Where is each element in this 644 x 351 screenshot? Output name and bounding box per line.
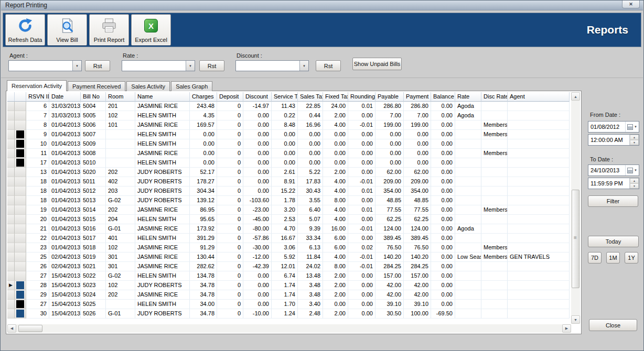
table-row[interactable]: 1901/04/20135014202JASMINE RICE86.950-23… [7, 205, 571, 215]
grid-cell[interactable]: 7.00 [375, 111, 404, 120]
grid-cell[interactable]: 199.00 [375, 120, 404, 130]
table-row[interactable]: 2715/04/20135022G-02HELEN SMITH134.7800.… [7, 271, 571, 281]
grid-cell[interactable]: JUDY ROBERTS [135, 187, 190, 196]
grid-cell[interactable]: 134.78 [190, 271, 217, 281]
row-marker-cell[interactable] [7, 111, 15, 120]
grid-cell[interactable]: 101 [106, 120, 135, 130]
table-row[interactable]: 1701/04/20135010HELEN SMITH0.0000.000.00… [7, 158, 571, 168]
grid-cell[interactable]: HELEN SMITH [135, 234, 190, 243]
grid-cell[interactable]: -0.01 [348, 262, 375, 271]
table-row[interactable]: ▶2815/04/20135023102JUDY ROBERTS34.7800.… [7, 281, 571, 290]
grid-cell[interactable]: 2.00 [323, 290, 348, 300]
grid-cell[interactable]: -0.01 [348, 224, 375, 234]
grid-cell[interactable]: -0.01 [348, 177, 375, 187]
grid-cell[interactable]: 3.48 [298, 290, 323, 300]
grid-cell[interactable]: 01/04/2013 [49, 120, 81, 130]
grid-cell[interactable]: 42.00 [404, 290, 431, 300]
grid-cell[interactable]: 62.00 [404, 168, 431, 177]
grid-cell[interactable]: 0 [217, 130, 243, 139]
grid-cell[interactable]: 5018 [81, 243, 106, 253]
close-button[interactable]: Close [589, 319, 637, 331]
grid-cell[interactable] [455, 139, 481, 149]
grid-cell[interactable]: 01/04/2013 [49, 187, 81, 196]
table-row[interactable]: 2915/04/20135024202JASMINE RICE34.7800.0… [7, 290, 571, 300]
column-header[interactable]: Balance [431, 92, 455, 102]
grid-cell[interactable]: 5025 [81, 300, 106, 309]
grid-cell[interactable]: 33.34 [298, 234, 323, 243]
grid-cell[interactable]: 0.00 [298, 130, 323, 139]
grid-cell[interactable]: JASMINE RICE [135, 102, 190, 111]
grid-cell[interactable] [481, 234, 508, 243]
grid-cell[interactable] [481, 281, 508, 290]
grid-cell[interactable]: 6.00 [323, 234, 348, 243]
table-row[interactable]: 901/04/20135007HELEN SMITH0.0000.000.000… [7, 130, 571, 139]
grid-cell[interactable]: 31/03/2013 [49, 102, 81, 111]
agent-dropdown-button[interactable]: ▼ [72, 61, 81, 71]
table-row[interactable]: 801/04/20135006101JASMINE RICE169.5700.0… [7, 120, 571, 130]
grid-cell[interactable] [455, 177, 481, 187]
grid-cell[interactable]: 0.00 [431, 111, 455, 120]
time-spinner[interactable]: ▲▼ [629, 135, 639, 145]
grid-cell[interactable]: 11 [26, 149, 49, 158]
column-header[interactable]: Payable [375, 92, 404, 102]
grid-cell[interactable]: -0.01 [348, 120, 375, 130]
grid-cell[interactable]: 0.00 [323, 300, 348, 309]
grid-cell[interactable]: 11.84 [298, 253, 323, 262]
horizontal-scrollbar[interactable]: ◀ ▶ [7, 324, 571, 333]
grid-cell[interactable]: Members [481, 120, 508, 130]
grid-cell[interactable]: 31/03/2013 [49, 111, 81, 120]
grid-cell[interactable]: 01/04/2013 [49, 205, 81, 215]
horizontal-scrollbar-thumb[interactable] [18, 325, 42, 332]
grid-cell[interactable]: 0.00 [431, 168, 455, 177]
grid-cell[interactable]: 27 [26, 300, 49, 309]
column-header[interactable]: Deposit [217, 92, 243, 102]
grid-cell[interactable]: 0.00 [272, 130, 298, 139]
grid-cell[interactable]: 0.00 [323, 130, 348, 139]
grid-cell[interactable]: 0.00 [348, 149, 375, 158]
row-marker-cell[interactable] [7, 215, 15, 224]
grid-cell[interactable]: 354.00 [375, 187, 404, 196]
grid-cell[interactable]: 284.25 [404, 262, 431, 271]
grid-cell[interactable]: 16.00 [323, 224, 348, 234]
grid-cell[interactable]: 402 [106, 177, 135, 187]
grid-cell[interactable]: 22 [26, 234, 49, 243]
row-status-cell[interactable] [15, 102, 26, 111]
grid-cell[interactable]: HELEN SMITH [135, 111, 190, 120]
grid-cell[interactable]: 7 [26, 111, 49, 120]
grid-cell[interactable] [481, 309, 508, 319]
row-marker-cell[interactable] [7, 271, 15, 281]
row-status-cell[interactable] [15, 205, 26, 215]
grid-cell[interactable]: 0.00 [348, 290, 375, 300]
grid-cell[interactable]: 389.45 [404, 234, 431, 243]
grid-cell[interactable]: 202 [106, 168, 135, 177]
grid-cell[interactable]: 22.85 [298, 102, 323, 111]
grid-cell[interactable]: 140.20 [404, 253, 431, 262]
grid-cell[interactable] [508, 309, 570, 319]
grid-cell[interactable]: 8.00 [323, 196, 348, 205]
grid-cell[interactable] [508, 234, 570, 243]
grid-cell[interactable] [106, 139, 135, 149]
scroll-right-button[interactable]: ▶ [562, 324, 571, 333]
row-marker-cell[interactable] [7, 253, 15, 262]
grid-cell[interactable] [508, 158, 570, 168]
grid-cell[interactable]: 0.00 [298, 149, 323, 158]
grid-cell[interactable]: 0 [217, 271, 243, 281]
row-marker-cell[interactable] [7, 234, 15, 243]
grid-cell[interactable]: Agoda [455, 102, 481, 111]
grid-cell[interactable]: -57.86 [243, 234, 272, 243]
grid-cell[interactable]: 28 [26, 281, 49, 290]
grid-cell[interactable]: 169.57 [190, 120, 217, 130]
row-status-cell[interactable] [15, 187, 26, 196]
grid-cell[interactable]: 16.67 [272, 234, 298, 243]
grid-cell[interactable]: 3.48 [298, 281, 323, 290]
grid-cell[interactable]: 124.00 [404, 224, 431, 234]
grid-cell[interactable] [508, 262, 570, 271]
grid-cell[interactable] [106, 158, 135, 168]
grid-cell[interactable] [508, 111, 570, 120]
row-status-cell[interactable] [15, 262, 26, 271]
column-header[interactable]: Discount [243, 92, 272, 102]
grid-cell[interactable] [481, 139, 508, 149]
grid-cell[interactable]: 91.29 [190, 243, 217, 253]
grid-cell[interactable]: HELEN SMITH [135, 130, 190, 139]
grid-cell[interactable]: 0 [217, 158, 243, 168]
